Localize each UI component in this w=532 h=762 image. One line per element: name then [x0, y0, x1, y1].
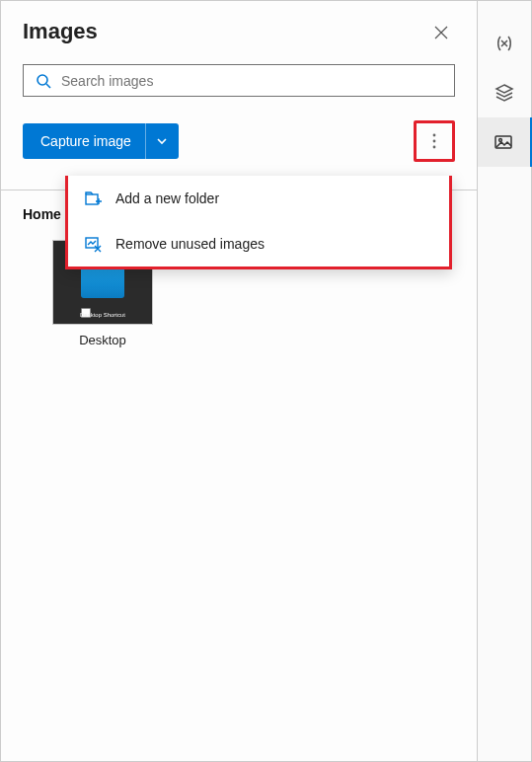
more-options-menu: Add a new folder Remove unused images [65, 176, 452, 269]
images-panel: Images Capture image Add a new folder Re… [0, 0, 477, 762]
variables-icon [494, 33, 515, 54]
svg-point-1 [433, 134, 436, 137]
svg-point-2 [433, 140, 436, 143]
toolbar-variables[interactable] [477, 19, 532, 68]
folder-icon [81, 267, 124, 298]
thumbnail-caption: Desktop [79, 333, 126, 347]
add-folder-icon [84, 190, 102, 207]
menu-remove-unused[interactable]: Remove unused images [68, 221, 449, 267]
menu-remove-unused-label: Remove unused images [115, 236, 265, 252]
search-box[interactable] [23, 64, 455, 97]
toolbar-layers[interactable] [477, 68, 532, 117]
capture-image-button[interactable]: Capture image [23, 123, 179, 159]
svg-rect-4 [86, 194, 98, 204]
toolbar-images[interactable] [478, 117, 533, 167]
panel-title: Images [1, 1, 477, 44]
svg-point-0 [38, 75, 47, 85]
svg-point-3 [433, 146, 436, 149]
more-vertical-icon [427, 132, 441, 150]
close-icon [433, 25, 449, 40]
search-icon [36, 73, 51, 89]
image-icon [493, 131, 514, 153]
menu-add-folder-label: Add a new folder [115, 190, 219, 206]
right-toolbar [477, 0, 532, 762]
chevron-down-icon [156, 135, 168, 147]
more-options-button[interactable] [418, 125, 450, 157]
close-button[interactable] [433, 25, 453, 44]
thumbnail-mini-label: Desktop Shortcut [53, 312, 152, 318]
layers-icon [494, 82, 515, 104]
capture-image-label: Capture image [23, 133, 145, 149]
remove-images-icon [84, 235, 102, 253]
search-input[interactable] [61, 73, 442, 89]
menu-add-folder[interactable]: Add a new folder [68, 176, 449, 221]
capture-image-dropdown[interactable] [145, 123, 179, 159]
